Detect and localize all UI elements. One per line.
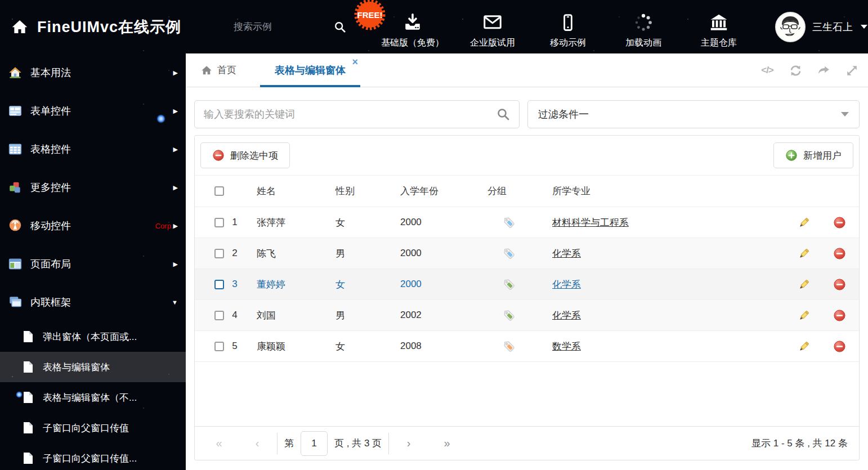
- filter-dropdown[interactable]: 过滤条件一: [527, 100, 860, 128]
- user-menu[interactable]: 三生石上: [775, 12, 867, 42]
- delete-icon[interactable]: [820, 340, 859, 353]
- cell-gender: 女: [324, 340, 389, 353]
- sidebar-item-inline-frame[interactable]: 内联框架 ▼: [0, 283, 186, 321]
- first-page-button[interactable]: «: [206, 437, 232, 450]
- nav-theme-repo[interactable]: 主题仓库: [692, 5, 746, 49]
- major-link[interactable]: 化学系: [552, 310, 581, 321]
- edit-icon[interactable]: [789, 247, 820, 260]
- cell-name: 陈飞: [245, 247, 324, 260]
- tab-home[interactable]: 首页: [200, 64, 236, 77]
- column-header-gender[interactable]: 性别: [324, 185, 389, 198]
- delete-selected-button[interactable]: 删除选中项: [200, 142, 290, 168]
- grid-header-row: 姓名 性别 入学年份 分组 所学专业: [195, 175, 859, 207]
- layout-icon: [8, 257, 23, 271]
- delete-icon[interactable]: [820, 247, 859, 260]
- column-header-name[interactable]: 姓名: [245, 185, 324, 198]
- house-icon: [8, 65, 23, 80]
- last-page-button[interactable]: »: [434, 437, 460, 450]
- sidebar-item-more-controls[interactable]: 更多控件 ▶: [0, 168, 186, 207]
- table-row[interactable]: 5 康颖颖 女 2008 数学系: [195, 331, 859, 362]
- edit-icon[interactable]: [789, 340, 820, 353]
- nav-loading-animation[interactable]: 加载动画: [616, 5, 670, 49]
- home-icon: [200, 64, 213, 77]
- frames-icon: [8, 295, 23, 310]
- delete-icon[interactable]: [820, 278, 859, 291]
- nav-enterprise-trial[interactable]: 企业版试用: [466, 5, 520, 49]
- sidebar-item-label: 更多控件: [30, 181, 173, 194]
- tag-icon: [476, 308, 541, 322]
- table-row[interactable]: 4 刘国 男 2002 化学系: [195, 300, 859, 331]
- next-page-button[interactable]: ›: [396, 437, 422, 450]
- row-checkbox[interactable]: [214, 280, 224, 289]
- sidebar-subitem-grid-edit-window[interactable]: 表格与编辑窗体: [0, 352, 186, 382]
- logo-area[interactable]: FineUIMvc在线示例: [0, 17, 234, 37]
- major-link[interactable]: 化学系: [552, 248, 581, 259]
- grid-toolbar: 删除选中项 新增用户: [195, 136, 859, 175]
- table-row[interactable]: 1 张萍萍 女 2000 材料科学与工程系: [195, 207, 859, 238]
- select-all-checkbox[interactable]: [214, 186, 224, 196]
- cell-year: 2008: [389, 341, 476, 352]
- major-link[interactable]: 化学系: [552, 279, 581, 290]
- antenna-icon: [8, 218, 23, 233]
- prev-page-button[interactable]: ‹: [244, 437, 270, 450]
- form-icon: [8, 104, 23, 118]
- nav-mobile-demo[interactable]: 移动示例: [541, 5, 595, 49]
- page-number-input[interactable]: [301, 431, 328, 456]
- cubes-icon: [8, 180, 23, 195]
- edit-icon[interactable]: [789, 216, 820, 229]
- keyword-search-box[interactable]: [194, 100, 520, 128]
- open-new-window-icon[interactable]: [816, 63, 831, 78]
- cell-gender: 男: [324, 309, 389, 322]
- refresh-icon[interactable]: [788, 63, 803, 78]
- source-code-icon[interactable]: </>: [760, 63, 775, 78]
- sidebar-item-page-layout[interactable]: 页面布局 ▶: [0, 245, 186, 283]
- row-checkbox[interactable]: [214, 342, 224, 351]
- header-search[interactable]: 搜索示例: [234, 20, 346, 33]
- phone-icon: [558, 12, 578, 33]
- fullscreen-icon[interactable]: [844, 63, 859, 78]
- edit-icon[interactable]: [789, 278, 820, 291]
- pagination-bar: « ‹ 第 页 , 共 3 页 › » 显示 1 - 5 条 , 共 12 条: [195, 426, 859, 460]
- sidebar-item-form-controls[interactable]: 表单控件 ▶: [0, 92, 186, 130]
- column-header-year[interactable]: 入学年份: [389, 185, 476, 198]
- row-checkbox[interactable]: [214, 311, 224, 320]
- table-row[interactable]: 2 陈飞 男 2000 化学系: [195, 238, 859, 269]
- file-icon: [23, 391, 34, 404]
- file-icon: [23, 330, 34, 343]
- sidebar-subitem-popup-window[interactable]: 弹出窗体（本页面或...: [0, 321, 186, 352]
- column-header-major[interactable]: 所学专业: [541, 185, 789, 198]
- sidebar: 基本用法 ▶ 表单控件 ▶ 表格控件 ▶ 更多控件 ▶ 移动控件 Corp. ▶…: [0, 53, 186, 470]
- column-header-group[interactable]: 分组: [476, 185, 541, 198]
- add-user-button[interactable]: 新增用户: [773, 142, 853, 168]
- edit-icon[interactable]: [789, 309, 820, 322]
- add-user-label: 新增用户: [803, 149, 842, 162]
- sidebar-item-mobile-controls[interactable]: 移动控件 Corp. ▶: [0, 207, 186, 245]
- close-icon[interactable]: ×: [352, 57, 358, 67]
- search-icon[interactable]: [334, 21, 346, 33]
- file-icon: [23, 452, 34, 464]
- tag-icon: [476, 216, 541, 229]
- cell-name: 董婷婷: [245, 278, 324, 291]
- sidebar-subitem-child-to-parent[interactable]: 子窗口向父窗口传值: [0, 413, 186, 443]
- sidebar-item-label: 基本用法: [30, 66, 173, 79]
- search-icon[interactable]: [496, 108, 510, 121]
- major-link[interactable]: 数学系: [552, 341, 581, 352]
- main-content: 首页 表格与编辑窗体 × </>: [186, 53, 868, 470]
- sidebar-subitem-child-to-parent-2[interactable]: 子窗口向父窗口传值...: [0, 443, 186, 470]
- row-checkbox[interactable]: [214, 218, 224, 227]
- delete-icon[interactable]: [820, 216, 859, 229]
- nav-label: 主题仓库: [701, 37, 737, 49]
- row-checkbox[interactable]: [214, 249, 224, 258]
- sidebar-item-grid-controls[interactable]: 表格控件 ▶: [0, 130, 186, 168]
- keyword-search-input[interactable]: [204, 109, 496, 120]
- sidebar-subitem-label: 子窗口向父窗口传值: [43, 422, 129, 435]
- sidebar-subitem-grid-edit-window-2[interactable]: 表格与编辑窗体（不...: [0, 382, 186, 413]
- tab-grid-edit-window[interactable]: 表格与编辑窗体 ×: [260, 53, 360, 87]
- sidebar-item-basic-usage[interactable]: 基本用法 ▶: [0, 53, 186, 92]
- grid-empty-space: [195, 362, 859, 426]
- table-row-selected[interactable]: 3 董婷婷 女 2000 化学系: [195, 269, 859, 300]
- nav-basic-free[interactable]: FREE! 基础版（免费）: [381, 5, 444, 49]
- major-link[interactable]: 材料科学与工程系: [552, 217, 629, 228]
- cell-name: 刘国: [245, 309, 324, 322]
- delete-icon[interactable]: [820, 309, 859, 322]
